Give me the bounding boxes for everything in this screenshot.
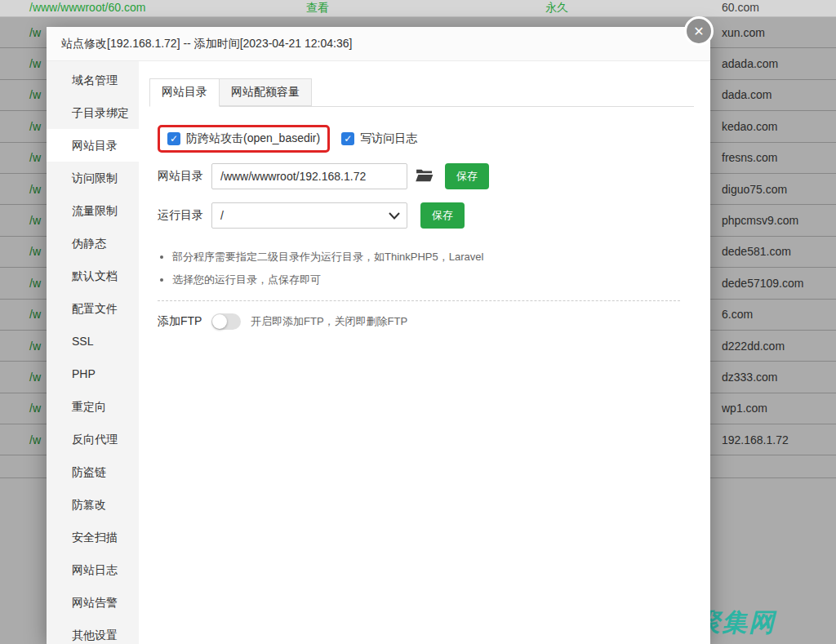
add-ftp-row: 添加FTP 开启即添加FTP，关闭即删除FTP <box>158 313 694 330</box>
browse-directory-button[interactable] <box>416 167 435 186</box>
tab-content: 网站目录 网站配额容量 ✓ 防跨站攻击(open_basedir) ✓ 写访问日… <box>139 61 710 644</box>
close-icon[interactable]: ✕ <box>684 16 714 46</box>
sidebar-item[interactable]: 反向代理 <box>47 423 139 455</box>
run-directory-row: 运行目录 / 保存 <box>158 202 694 229</box>
chevron-down-icon <box>389 212 400 220</box>
note-item: 部分程序需要指定二级目录作为运行目录，如ThinkPHP5，Laravel <box>172 250 694 264</box>
note-item: 选择您的运行目录，点保存即可 <box>172 273 694 287</box>
divider <box>158 300 680 301</box>
sidebar-item[interactable]: PHP <box>47 358 139 390</box>
sidebar-item[interactable]: 安全扫描 <box>47 521 139 553</box>
sidebar-item[interactable]: 网站目录 <box>47 129 139 162</box>
table-row: /www/wwwroot/60.com 查看 永久 60.com <box>0 0 836 17</box>
run-directory-select[interactable]: / <box>211 202 407 229</box>
save-site-directory-button[interactable]: 保存 <box>445 163 489 189</box>
run-directory-value: / <box>220 209 224 222</box>
sidebar-item[interactable]: 网站告警 <box>47 586 139 619</box>
sidebar-item[interactable]: 访问限制 <box>47 162 139 194</box>
site-path-link[interactable]: /www/wwwroot/60.com <box>29 1 145 14</box>
open-basedir-label: 防跨站攻击(open_basedir) <box>186 131 320 146</box>
checkbox-row: ✓ 防跨站攻击(open_basedir) ✓ 写访问日志 <box>158 125 694 153</box>
tab-site-quota[interactable]: 网站配额容量 <box>220 78 312 106</box>
site-directory-row: 网站目录 保存 <box>158 163 694 189</box>
add-ftp-toggle[interactable] <box>211 313 241 330</box>
tab-site-directory[interactable]: 网站目录 <box>149 78 220 107</box>
sidebar-item[interactable]: 防篡改 <box>47 488 139 521</box>
access-log-checkbox[interactable]: ✓ <box>341 132 354 145</box>
access-log-label: 写访问日志 <box>360 131 417 146</box>
sidebar-item[interactable]: 流量限制 <box>47 194 139 227</box>
sidebar-item[interactable]: 配置文件 <box>47 292 139 325</box>
toggle-knob <box>212 314 227 329</box>
notes-list: 部分程序需要指定二级目录作为运行目录，如ThinkPHP5，Laravel 选择… <box>172 250 694 287</box>
sidebar-item[interactable]: 域名管理 <box>47 64 139 96</box>
site-modify-dialog: 站点修改[192.168.1.72] -- 添加时间[2023-04-21 12… <box>47 27 710 644</box>
sidebar-item[interactable]: 网站日志 <box>47 553 139 586</box>
site-directory-label: 网站目录 <box>158 169 211 184</box>
sidebar-item[interactable]: 子目录绑定 <box>47 96 139 129</box>
sidebar-item[interactable]: 防盗链 <box>47 455 139 488</box>
sidebar-item[interactable]: SSL <box>47 325 139 358</box>
sidebar-item[interactable]: 其他设置 <box>47 619 139 644</box>
open-basedir-checkbox[interactable]: ✓ <box>167 132 180 145</box>
settings-sidebar: 域名管理 子目录绑定 网站目录 访问限制 流量限制 伪静态 默认文档 配置文件 … <box>47 61 139 644</box>
folder-icon <box>416 168 434 185</box>
expiry-link[interactable]: 永久 <box>545 1 568 16</box>
dialog-title: 站点修改[192.168.1.72] -- 添加时间[2023-04-21 12… <box>47 27 710 61</box>
domain-cell: 60.com <box>722 1 759 14</box>
highlight-red-box: ✓ 防跨站攻击(open_basedir) <box>158 125 330 153</box>
add-ftp-hint: 开启即添加FTP，关闭即删除FTP <box>251 314 407 329</box>
access-log-group: ✓ 写访问日志 <box>341 131 417 146</box>
run-directory-label: 运行目录 <box>158 208 211 223</box>
sidebar-item[interactable]: 重定向 <box>47 390 139 423</box>
view-link[interactable]: 查看 <box>306 1 329 16</box>
sidebar-item[interactable]: 伪静态 <box>47 227 139 260</box>
site-directory-input[interactable] <box>211 163 407 189</box>
add-ftp-label: 添加FTP <box>158 314 211 329</box>
sidebar-item[interactable]: 默认文档 <box>47 260 139 292</box>
tab-bar: 网站目录 网站配额容量 <box>149 78 694 107</box>
save-run-directory-button[interactable]: 保存 <box>420 202 465 229</box>
